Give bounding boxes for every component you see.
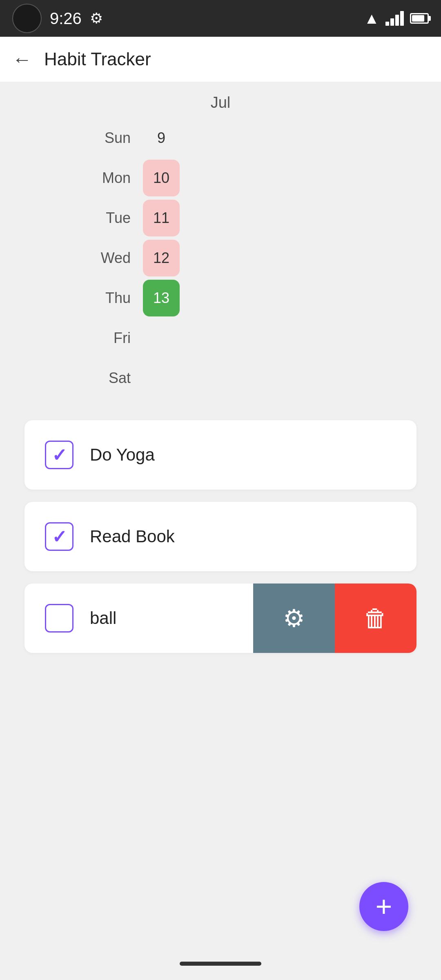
day-name-mon: Mon (78, 169, 143, 187)
habit-name-football: ball (90, 608, 116, 628)
settings-status-icon: ⚙ (90, 10, 103, 27)
day-number-sun[interactable]: 9 (143, 120, 180, 156)
habit-card-readbook: Read Book (24, 502, 416, 571)
main-content: Jul Sun 9 Mon 10 Tue 11 Wed 12 Thu 13 Fr… (0, 82, 441, 665)
battery-icon (410, 13, 429, 24)
habit-checkbox-football[interactable] (45, 604, 74, 633)
habit-checkbox-yoga[interactable] (45, 441, 74, 469)
status-bar-left: 9:26 ⚙ (12, 4, 103, 33)
day-name-fri: Fri (78, 330, 143, 347)
status-bar: 9:26 ⚙ ▲ (0, 0, 441, 37)
signal-icon (385, 11, 404, 26)
trash-icon: 🗑 (363, 604, 388, 633)
day-name-sat: Sat (78, 370, 143, 387)
habits-section: Do Yoga Read Book ball ⚙ 🗑 (24, 420, 416, 653)
app-bar: ← Habit Tracker (0, 37, 441, 82)
day-number-sat[interactable] (143, 360, 180, 396)
habit-delete-button[interactable]: 🗑 (335, 584, 416, 653)
habit-card-yoga: Do Yoga (24, 420, 416, 490)
month-label: Jul (211, 94, 231, 111)
day-number-mon[interactable]: 10 (143, 160, 180, 196)
day-number-wed[interactable]: 12 (143, 240, 180, 276)
habit-name-readbook: Read Book (90, 527, 175, 546)
bottom-area (0, 947, 441, 980)
habit-checkbox-readbook[interactable] (45, 522, 74, 551)
avatar (12, 4, 42, 33)
habit-settings-button[interactable]: ⚙ (253, 584, 335, 653)
gear-icon: ⚙ (283, 604, 305, 633)
status-bar-right: ▲ (364, 10, 429, 27)
habit-name-yoga: Do Yoga (90, 445, 155, 465)
calendar-row-tue: Tue 11 (78, 200, 363, 236)
calendar-row-wed: Wed 12 (78, 240, 363, 276)
calendar-row-sat: Sat (78, 360, 363, 396)
day-name-thu: Thu (78, 290, 143, 307)
calendar-section: Jul Sun 9 Mon 10 Tue 11 Wed 12 Thu 13 Fr… (24, 94, 416, 400)
calendar-row-mon: Mon 10 (78, 160, 363, 196)
home-indicator (180, 962, 261, 966)
calendar-row-thu: Thu 13 (78, 280, 363, 316)
page-title: Habit Tracker (44, 49, 151, 69)
day-name-tue: Tue (78, 209, 143, 227)
back-button[interactable]: ← (12, 48, 32, 71)
day-number-fri[interactable] (143, 320, 180, 356)
wifi-icon: ▲ (364, 10, 379, 27)
status-time: 9:26 (50, 9, 82, 28)
plus-icon: + (376, 892, 392, 921)
calendar-row-sun: Sun 9 (78, 120, 363, 156)
day-name-wed: Wed (78, 249, 143, 267)
calendar-row-fri: Fri (78, 320, 363, 356)
add-habit-button[interactable]: + (359, 882, 408, 931)
habit-card-football-swiped: ball ⚙ 🗑 (24, 584, 416, 653)
day-name-sun: Sun (78, 129, 143, 147)
habit-main-football: ball (24, 584, 253, 653)
day-number-thu[interactable]: 13 (143, 280, 180, 316)
day-number-tue[interactable]: 11 (143, 200, 180, 236)
